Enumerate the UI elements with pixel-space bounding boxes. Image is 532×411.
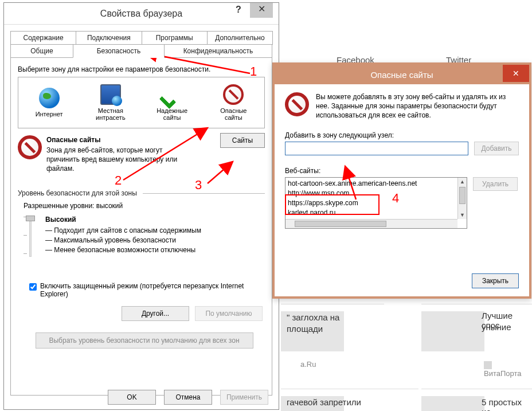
dialog-titlebar[interactable]: Опасные сайты ✕	[275, 65, 529, 84]
list-item[interactable]: https://apps.skype.com	[288, 198, 455, 208]
security-tab-panel: Выберите зону для настройки ее параметро…	[10, 57, 272, 396]
internet-properties-dialog: Свойства браузера ? ✕ Содержание Подключ…	[3, 2, 279, 410]
sites-button[interactable]: Сайты	[220, 133, 265, 148]
tab-privacy[interactable]: Конфиденциальность	[164, 44, 272, 58]
level-group-label: Уровень безопасности для этой зоны	[18, 189, 140, 197]
vertical-scrollbar[interactable]: ▲ ▼	[457, 178, 467, 219]
globe-icon	[39, 88, 60, 108]
allowed-levels-label: Разрешенные уровни: высокий	[24, 202, 265, 210]
forbidden-icon	[223, 84, 244, 105]
tab-advanced[interactable]: Дополнительно	[207, 31, 273, 45]
level-name: Высокий	[45, 216, 201, 224]
close-icon: ✕	[513, 69, 519, 78]
close-dialog-button[interactable]: Закрыть	[472, 273, 519, 288]
add-site-button[interactable]: Добавить	[474, 142, 519, 155]
zone-label: Местнаяинтрасеть	[96, 107, 126, 121]
bg-right1a: Лучшие спос	[482, 311, 532, 330]
scroll-up-icon[interactable]: ▲	[458, 178, 467, 186]
zone-desc-title: Опасные сайты	[46, 135, 195, 144]
forbidden-icon	[285, 92, 309, 116]
protected-mode-checkbox[interactable]	[29, 283, 37, 291]
bg-thumb	[281, 396, 344, 411]
level-bullet: — Подходит для сайтов с опасным содержим…	[45, 226, 201, 236]
sites-intro-text: Вы можете добавлять в эту зону веб-сайты…	[316, 92, 519, 120]
apply-button[interactable]: Применить	[220, 390, 268, 405]
add-site-input[interactable]	[285, 142, 468, 155]
dialog-title: Свойства браузера	[100, 9, 182, 19]
bg-favicon	[484, 361, 492, 369]
cancel-button[interactable]: Отмена	[164, 390, 212, 405]
bg-right1src: ВитаПорта	[484, 369, 522, 378]
zone-label: Надежныесайты	[157, 107, 187, 121]
close-button[interactable]: ✕	[250, 3, 273, 18]
default-level-button[interactable]: По умолчанию	[195, 306, 263, 321]
list-item[interactable]: http://www.msn.com	[288, 189, 455, 198]
zone-trusted-sites[interactable]: Надежныесайты	[142, 77, 203, 128]
security-level-slider[interactable]	[24, 216, 37, 257]
protected-mode-label: Включить защищенный режим (потребуется п…	[40, 282, 265, 298]
bg-headline1b: площади	[287, 324, 323, 334]
forbidden-icon	[18, 135, 42, 159]
bg-thumb	[421, 396, 484, 411]
custom-level-button[interactable]: Другой...	[122, 306, 189, 321]
tab-security[interactable]: Безопасность	[73, 44, 165, 58]
websites-listbox[interactable]: hot-cartoon-sex.anime.american-teens.net…	[285, 177, 467, 229]
delete-site-button[interactable]: Удалить	[473, 177, 518, 191]
tab-connections[interactable]: Подключения	[76, 31, 142, 45]
zone-select-label: Выберите зону для настройки ее параметро…	[18, 65, 265, 73]
dialog-title: Опасные сайты	[370, 70, 433, 80]
close-button[interactable]: ✕	[503, 65, 529, 82]
level-bullet: — Максимальный уровень безопасности	[45, 236, 201, 245]
add-site-label: Добавить в зону следующий узел:	[285, 131, 519, 139]
dialog-titlebar[interactable]: Свойства браузера ? ✕	[4, 3, 279, 25]
scroll-thumb[interactable]	[459, 187, 466, 204]
ok-button[interactable]: OK	[108, 390, 156, 405]
websites-list-label: Веб-сайты:	[285, 167, 519, 175]
divider	[143, 193, 265, 194]
zone-internet[interactable]: Интернет	[18, 77, 80, 128]
bg-headline2: гачевой запретили	[287, 397, 361, 407]
zone-restricted-sites[interactable]: Опасныесайты	[203, 77, 264, 128]
bg-headline1a: " заглохла на	[287, 312, 339, 322]
bg-thumb	[421, 311, 484, 351]
scroll-thumb[interactable]	[295, 221, 386, 227]
help-button[interactable]: ?	[228, 3, 249, 18]
zone-list: Интернет Местнаяинтрасеть Надежныесайты …	[18, 77, 265, 128]
level-bullet: — Менее безопасные возможности отключены	[45, 245, 201, 255]
intranet-icon	[100, 84, 121, 105]
list-item[interactable]: hot-cartoon-sex.anime.american-teens.net	[288, 179, 455, 189]
checkmark-icon	[162, 84, 182, 105]
tab-general[interactable]: Общие	[10, 44, 73, 58]
tab-content[interactable]: Содержание	[10, 31, 76, 45]
zone-desc-text: Зона для веб-сайтов, которые могут причи…	[46, 146, 195, 173]
bg-right2: 5 простых ис	[482, 397, 532, 411]
tab-programs[interactable]: Программы	[142, 31, 208, 45]
reset-all-zones-button[interactable]: Выбрать уровень безопасности по умолчани…	[36, 332, 253, 349]
bg-src1: a.Ru	[300, 360, 316, 369]
zone-label: Интернет	[36, 111, 63, 118]
horizontal-scrollbar[interactable]	[285, 219, 457, 228]
list-item[interactable]: karlevt narod ru	[288, 208, 455, 218]
scroll-down-icon[interactable]: ▼	[458, 211, 467, 219]
restricted-sites-dialog: Опасные сайты ✕ Вы можете добавлять в эт…	[272, 62, 531, 299]
zone-label: Опасныесайты	[220, 107, 247, 121]
bg-thumb	[281, 311, 344, 351]
zone-local-intranet[interactable]: Местнаяинтрасеть	[80, 77, 141, 128]
bg-right1b: уныние	[482, 322, 511, 332]
